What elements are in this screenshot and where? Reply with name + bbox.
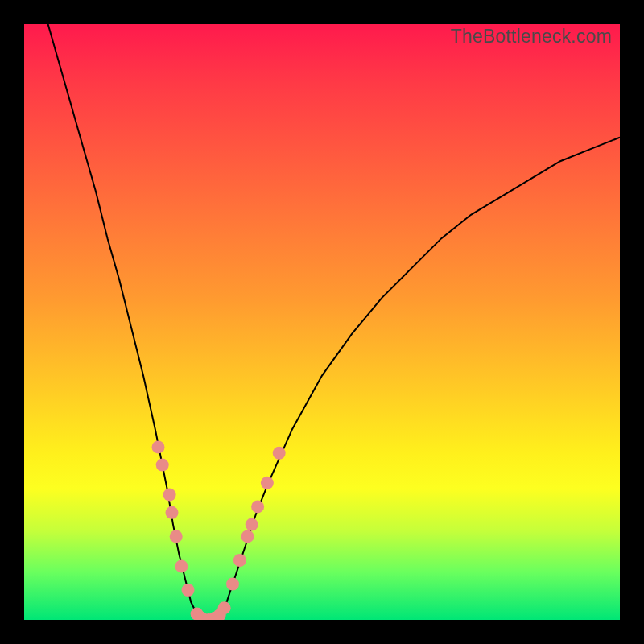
chart-frame: TheBottleneck.com bbox=[24, 24, 620, 620]
data-point bbox=[152, 440, 165, 453]
data-point bbox=[251, 500, 264, 513]
data-point bbox=[182, 584, 195, 597]
chart-plot bbox=[24, 24, 620, 620]
data-point bbox=[233, 554, 246, 567]
data-point bbox=[175, 559, 188, 572]
data-point bbox=[218, 601, 231, 614]
data-point bbox=[242, 530, 254, 543]
data-point bbox=[226, 578, 239, 591]
data-point bbox=[166, 506, 179, 519]
data-points-group bbox=[152, 440, 286, 620]
data-point bbox=[246, 518, 258, 531]
bottleneck-curve bbox=[48, 24, 620, 620]
data-point bbox=[261, 477, 274, 489]
data-point bbox=[163, 489, 176, 502]
data-point bbox=[273, 447, 286, 460]
data-point bbox=[156, 459, 169, 472]
data-point bbox=[170, 530, 183, 543]
